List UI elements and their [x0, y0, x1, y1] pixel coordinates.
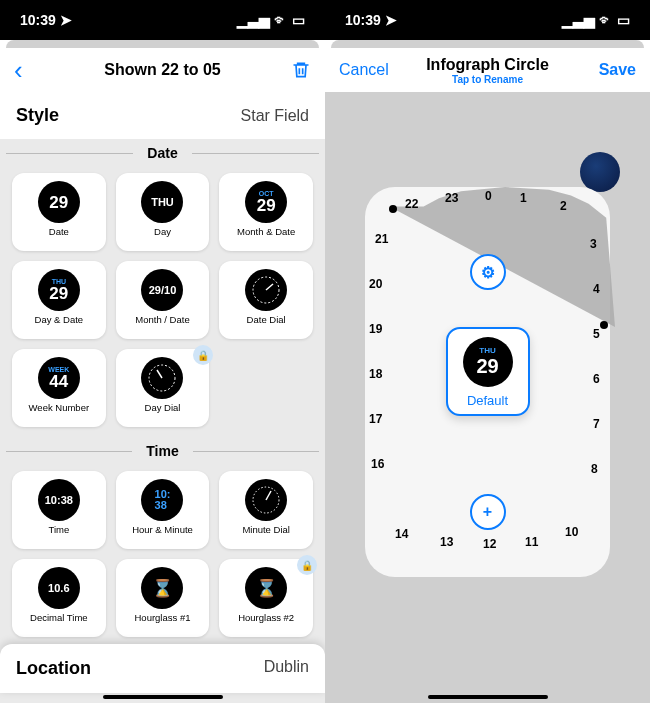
- nav-bar-left: ‹ Shown 22 to 05: [0, 48, 325, 92]
- sheet-behind: [331, 40, 644, 48]
- card-day-dial[interactable]: 🔒Day Dial: [116, 349, 210, 427]
- svg-line-5: [266, 491, 271, 500]
- month-date-icon: OCT29: [245, 181, 287, 223]
- card-day-date[interactable]: THU29Day & Date: [12, 261, 106, 339]
- date-icon: 29: [38, 181, 80, 223]
- hour-minute-icon: 10: 38: [141, 479, 183, 521]
- signal-icon: ▁▃▅: [562, 12, 595, 28]
- card-minute-dial[interactable]: Minute Dial: [219, 471, 313, 549]
- status-bar: 10:39 ➤ ▁▃▅ᯤ▭: [0, 0, 325, 40]
- hourglass-2-icon: ⌛: [245, 567, 287, 609]
- phone-left: 10:39 ➤ ▁▃▅ᯤ▭ ‹ Shown 22 to 05 Style Sta…: [0, 0, 325, 703]
- time-icon: 10:38: [38, 479, 80, 521]
- svg-line-3: [157, 370, 162, 378]
- day-date-icon: THU29: [38, 269, 80, 311]
- card-decimal-time[interactable]: 10.6Decimal Time: [12, 559, 106, 637]
- status-bar: 10:39 ➤ ▁▃▅ᯤ▭: [325, 0, 650, 40]
- preview-area[interactable]: 22 23 0 1 2 21 3 20 4 19 5 18 6 17 7 16 …: [325, 92, 650, 703]
- card-hourglass-2[interactable]: 🔒⌛Hourglass #2: [219, 559, 313, 637]
- hourglass-1-icon: ⌛: [141, 567, 183, 609]
- complication-label: Default: [467, 393, 508, 408]
- card-date-dial[interactable]: Date Dial: [219, 261, 313, 339]
- home-indicator[interactable]: [428, 695, 548, 699]
- minute-dial-icon: [245, 479, 287, 521]
- month-slash-date-icon: 29/10: [141, 269, 183, 311]
- card-time[interactable]: 10:38Time: [12, 471, 106, 549]
- trash-button[interactable]: [291, 60, 311, 80]
- signal-icon: ▁▃▅: [237, 12, 270, 28]
- card-hour-minute[interactable]: 10: 38Hour & Minute: [116, 471, 210, 549]
- date-grid: 29Date THUDay OCT29Month & Date THU29Day…: [0, 167, 325, 437]
- card-day[interactable]: THUDay: [116, 173, 210, 251]
- style-row[interactable]: Style Star Field: [0, 92, 325, 139]
- battery-icon: ▭: [292, 12, 305, 28]
- svg-line-1: [266, 284, 273, 290]
- card-month-date[interactable]: OCT29Month & Date: [219, 173, 313, 251]
- phone-right: 10:39 ➤ ▁▃▅ᯤ▭ Cancel Infograph Circle Ta…: [325, 0, 650, 703]
- date-dial-icon: [245, 269, 287, 311]
- day-dial-icon: [141, 357, 183, 399]
- lock-icon: 🔒: [193, 345, 213, 365]
- style-orb[interactable]: [580, 152, 620, 192]
- section-date: Date: [0, 139, 325, 167]
- section-time: Time: [0, 437, 325, 465]
- nav-bar-right: Cancel Infograph Circle Tap to Rename Sa…: [325, 48, 650, 92]
- back-button[interactable]: ‹: [14, 55, 23, 86]
- range-handle-start[interactable]: [389, 205, 397, 213]
- battery-icon: ▭: [617, 12, 630, 28]
- range-handle-end[interactable]: [600, 321, 608, 329]
- night-mask: [395, 187, 615, 327]
- location-row[interactable]: Location Dublin: [0, 644, 325, 693]
- wifi-icon: ᯤ: [599, 12, 613, 28]
- decimal-time-icon: 10.6: [38, 567, 80, 609]
- complication-card[interactable]: THU 29 Default: [446, 327, 530, 416]
- lock-icon: 🔒: [297, 555, 317, 575]
- content-left: Style Star Field Date 29Date THUDay OCT2…: [0, 92, 325, 703]
- week-number-icon: WEEK44: [38, 357, 80, 399]
- wifi-icon: ᯤ: [274, 12, 288, 28]
- card-month-slash-date[interactable]: 29/10Month / Date: [116, 261, 210, 339]
- save-button[interactable]: Save: [599, 61, 636, 79]
- home-indicator[interactable]: [103, 695, 223, 699]
- card-hourglass-1[interactable]: ⌛Hourglass #1: [116, 559, 210, 637]
- complication-icon: THU 29: [463, 337, 513, 387]
- gear-button[interactable]: ⚙︎: [470, 254, 506, 290]
- time-grid: 10:38Time 10: 38Hour & Minute Minute Dia…: [0, 465, 325, 647]
- sheet-behind: [6, 40, 319, 48]
- add-button[interactable]: +: [470, 494, 506, 530]
- cancel-button[interactable]: Cancel: [339, 61, 389, 79]
- card-week-number[interactable]: WEEK44Week Number: [12, 349, 106, 427]
- day-icon: THU: [141, 181, 183, 223]
- nav-title[interactable]: Shown 22 to 05: [104, 61, 220, 78]
- card-date[interactable]: 29Date: [12, 173, 106, 251]
